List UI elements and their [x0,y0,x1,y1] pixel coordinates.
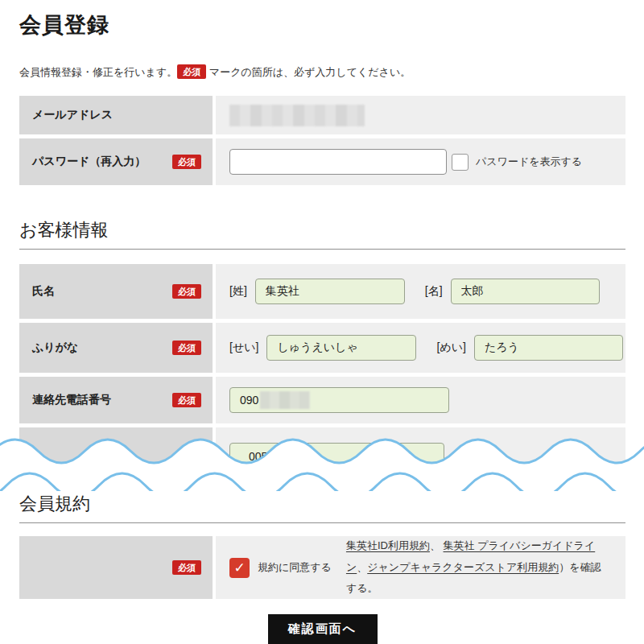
last-name-input[interactable] [255,279,405,304]
agree-label: 規約に同意する [258,560,332,575]
truncated-value-cell: 0051 [216,427,625,466]
kana-sei-prefix: [せい] [229,341,258,355]
first-name-kana-input[interactable] [474,335,623,361]
customer-info-heading: お客様情報 [19,218,625,250]
postal-code-input-partial[interactable]: 0051 [229,443,444,470]
email-value-cell [216,96,625,134]
show-password-label: パスワードを表示する [476,155,582,169]
phone-input[interactable]: 090 [229,387,449,413]
intro-before: 会員情報登録・修正を行います。 [19,66,177,78]
terms-heading: 会員規約 [19,492,625,523]
mei-prefix: [名] [425,284,443,299]
customer-form-table: 氏名 必須 [姓] [名] ふりがな 必須 [せい] [めい] [19,264,625,466]
agreement-row: 必須 ✓ 規約に同意する 集英社ID利用規約、 集英社 プライバシーガイドライン… [19,536,625,599]
terms-form-table: 必須 ✓ 規約に同意する 集英社ID利用規約、 集英社 プライバシーガイドライン… [19,536,625,599]
intro-after: マークの箇所は、必ず入力してください。 [209,66,411,78]
show-password-checkbox[interactable] [452,154,469,171]
name-label-cell: 氏名 必須 [19,264,213,319]
email-row: メールアドレス [19,96,625,134]
password-input[interactable] [229,149,447,175]
registration-page: 会員登録 会員情報登録・修正を行います。必須 マークの箇所は、必ず入力してくださ… [0,0,644,644]
password-label: パスワード（再入力） [32,155,146,169]
kana-mei-prefix: [めい] [436,341,465,355]
required-badge: 必須 [177,64,206,79]
truncated-row: 0051 [19,427,625,466]
phone-label: 連絡先電話番号 [32,393,111,407]
link-store-terms[interactable]: ジャンプキャラクターズストア利用規約 [367,561,559,573]
check-icon: ✓ [233,559,245,576]
name-row: 氏名 必須 [姓] [名] [19,264,625,319]
postal-fragment: 0051 [249,450,274,463]
email-label-cell: メールアドレス [19,96,213,134]
agreement-label-cell: 必須 [19,536,213,599]
phone-label-cell: 連絡先電話番号 必須 [19,377,213,423]
phone-row: 連絡先電話番号 必須 090 [19,377,625,423]
separator: 、 [430,539,440,551]
password-value-cell: パスワードを表示する [216,138,625,185]
intro-text: 会員情報登録・修正を行います。必須 マークの箇所は、必ず入力してください。 [19,64,625,80]
furigana-label: ふりがな [32,341,78,355]
link-shueisha-id-terms[interactable]: 集英社ID利用規約 [346,539,430,551]
redacted-phone-value [260,391,310,409]
required-badge: 必須 [172,155,201,169]
required-badge: 必須 [172,284,201,299]
account-form-table: メールアドレス パスワード（再入力） 必須 パスワードを表示する [19,96,625,185]
name-label: 氏名 [32,284,55,299]
sei-prefix: [姓] [229,284,247,299]
last-name-kana-input[interactable] [266,335,416,361]
password-row: パスワード（再入力） 必須 パスワードを表示する [19,138,625,185]
first-name-input[interactable] [451,279,600,304]
required-badge: 必須 [172,341,201,355]
redacted-email-value [229,105,365,126]
furigana-label-cell: ふりがな 必須 [19,323,213,373]
password-label-cell: パスワード（再入力） 必須 [19,138,213,185]
confirm-button[interactable]: 確認画面へ [268,614,378,644]
furigana-row: ふりがな 必須 [せい] [めい] [19,323,625,373]
truncated-label-cell [19,427,213,466]
separator: 、 [357,561,367,573]
terms-links: 集英社ID利用規約、 集英社 プライバシーガイドライン、ジャンプキャラクターズス… [346,535,607,600]
furigana-value-cell: [せい] [めい] [216,323,625,373]
phone-value-cell: 090 [216,377,625,423]
email-label: メールアドレス [32,108,113,122]
page-title: 会員登録 [19,0,625,39]
agreement-value-cell: ✓ 規約に同意する 集英社ID利用規約、 集英社 プライバシーガイドライン、ジャ… [216,536,625,599]
required-badge: 必須 [172,560,201,575]
name-value-cell: [姓] [名] [216,264,625,319]
agree-checkbox-checked[interactable]: ✓ [229,558,250,578]
phone-visible-digits: 090 [240,394,258,407]
required-badge: 必須 [172,393,201,407]
